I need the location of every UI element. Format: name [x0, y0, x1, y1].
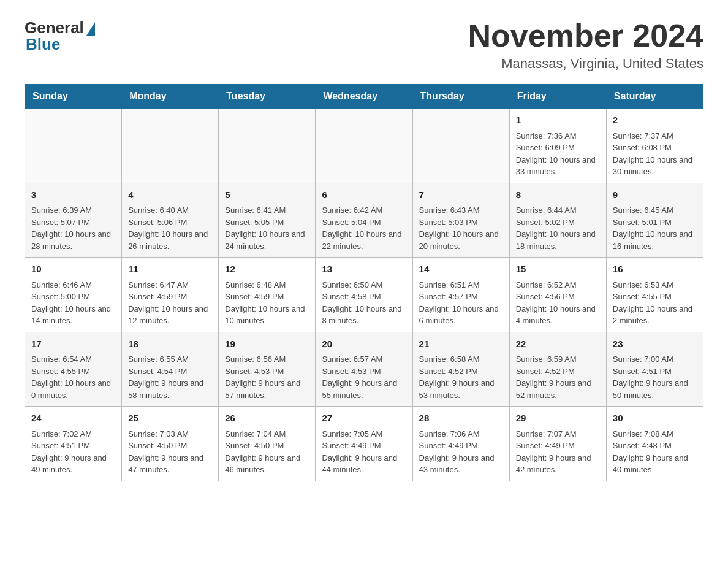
day-number: 29: [516, 412, 600, 426]
day-number: 23: [613, 337, 697, 351]
calendar-cell: 8Sunrise: 6:44 AM Sunset: 5:02 PM Daylig…: [509, 183, 606, 258]
calendar-cell: 26Sunrise: 7:04 AM Sunset: 4:50 PM Dayli…: [219, 407, 316, 481]
day-info: Sunrise: 6:52 AM Sunset: 4:56 PM Dayligh…: [516, 279, 600, 327]
day-number: 5: [225, 188, 309, 202]
day-info: Sunrise: 6:55 AM Sunset: 4:54 PM Dayligh…: [128, 353, 212, 401]
day-number: 2: [613, 113, 697, 128]
day-header-wednesday: Wednesday: [316, 85, 412, 109]
day-info: Sunrise: 7:07 AM Sunset: 4:49 PM Dayligh…: [516, 428, 600, 476]
day-info: Sunrise: 6:43 AM Sunset: 5:03 PM Dayligh…: [419, 204, 503, 252]
day-header-saturday: Saturday: [606, 85, 703, 109]
day-header-friday: Friday: [509, 85, 606, 109]
calendar-cell: 12Sunrise: 6:48 AM Sunset: 4:59 PM Dayli…: [219, 258, 316, 332]
calendar-week-row: 17Sunrise: 6:54 AM Sunset: 4:55 PM Dayli…: [25, 332, 703, 407]
calendar-week-row: 10Sunrise: 6:46 AM Sunset: 5:00 PM Dayli…: [25, 258, 703, 332]
day-number: 24: [31, 412, 115, 426]
day-info: Sunrise: 6:53 AM Sunset: 4:55 PM Dayligh…: [613, 279, 697, 327]
calendar-table: SundayMondayTuesdayWednesdayThursdayFrid…: [25, 84, 703, 481]
calendar-cell: 29Sunrise: 7:07 AM Sunset: 4:49 PM Dayli…: [509, 407, 606, 481]
calendar-cell: 6Sunrise: 6:42 AM Sunset: 5:04 PM Daylig…: [316, 183, 412, 258]
calendar-cell: 27Sunrise: 7:05 AM Sunset: 4:49 PM Dayli…: [316, 407, 412, 481]
day-number: 26: [225, 412, 309, 426]
day-info: Sunrise: 6:47 AM Sunset: 4:59 PM Dayligh…: [128, 279, 212, 327]
calendar-cell: 7Sunrise: 6:43 AM Sunset: 5:03 PM Daylig…: [412, 183, 509, 258]
day-info: Sunrise: 7:04 AM Sunset: 4:50 PM Dayligh…: [225, 428, 309, 476]
day-info: Sunrise: 6:54 AM Sunset: 4:55 PM Dayligh…: [31, 353, 115, 401]
day-info: Sunrise: 6:59 AM Sunset: 4:52 PM Dayligh…: [516, 353, 600, 401]
day-info: Sunrise: 6:50 AM Sunset: 4:58 PM Dayligh…: [322, 279, 406, 327]
day-info: Sunrise: 7:00 AM Sunset: 4:51 PM Dayligh…: [613, 353, 697, 401]
calendar-cell: 14Sunrise: 6:51 AM Sunset: 4:57 PM Dayli…: [412, 258, 509, 332]
day-number: 6: [322, 188, 406, 202]
calendar-cell: [219, 109, 316, 183]
day-number: 14: [419, 262, 503, 277]
calendar-week-row: 3Sunrise: 6:39 AM Sunset: 5:07 PM Daylig…: [25, 183, 703, 258]
day-info: Sunrise: 6:48 AM Sunset: 4:59 PM Dayligh…: [225, 279, 309, 327]
day-number: 9: [613, 188, 697, 202]
calendar-cell: [25, 109, 122, 183]
day-info: Sunrise: 7:36 AM Sunset: 6:09 PM Dayligh…: [516, 130, 600, 178]
day-info: Sunrise: 7:05 AM Sunset: 4:49 PM Dayligh…: [322, 428, 406, 476]
page-header: General Blue November 2024 Manassas, Vir…: [25, 18, 703, 72]
day-info: Sunrise: 7:08 AM Sunset: 4:48 PM Dayligh…: [613, 428, 697, 476]
day-number: 12: [225, 262, 309, 277]
logo: General Blue: [25, 18, 95, 54]
day-number: 3: [31, 188, 115, 202]
calendar-week-row: 24Sunrise: 7:02 AM Sunset: 4:51 PM Dayli…: [25, 407, 703, 481]
calendar-cell: 5Sunrise: 6:41 AM Sunset: 5:05 PM Daylig…: [219, 183, 316, 258]
calendar-cell: 24Sunrise: 7:02 AM Sunset: 4:51 PM Dayli…: [25, 407, 122, 481]
calendar-week-row: 1Sunrise: 7:36 AM Sunset: 6:09 PM Daylig…: [25, 109, 703, 183]
calendar-cell: 3Sunrise: 6:39 AM Sunset: 5:07 PM Daylig…: [25, 183, 122, 258]
calendar-cell: 28Sunrise: 7:06 AM Sunset: 4:49 PM Dayli…: [412, 407, 509, 481]
day-number: 13: [322, 262, 406, 277]
calendar-cell: 21Sunrise: 6:58 AM Sunset: 4:52 PM Dayli…: [412, 332, 509, 407]
day-info: Sunrise: 6:45 AM Sunset: 5:01 PM Dayligh…: [613, 204, 697, 252]
day-number: 22: [516, 337, 600, 351]
day-number: 8: [516, 188, 600, 202]
calendar-cell: 15Sunrise: 6:52 AM Sunset: 4:56 PM Dayli…: [509, 258, 606, 332]
month-title: November 2024: [468, 18, 703, 53]
day-number: 18: [128, 337, 212, 351]
calendar-cell: [122, 109, 219, 183]
day-number: 21: [419, 337, 503, 351]
day-info: Sunrise: 7:37 AM Sunset: 6:08 PM Dayligh…: [613, 130, 697, 178]
day-number: 28: [419, 412, 503, 426]
day-info: Sunrise: 6:40 AM Sunset: 5:06 PM Dayligh…: [128, 204, 212, 252]
calendar-cell: 4Sunrise: 6:40 AM Sunset: 5:06 PM Daylig…: [122, 183, 219, 258]
day-number: 15: [516, 262, 600, 277]
day-number: 7: [419, 188, 503, 202]
day-number: 17: [31, 337, 115, 351]
day-number: 19: [225, 337, 309, 351]
day-info: Sunrise: 6:56 AM Sunset: 4:53 PM Dayligh…: [225, 353, 309, 401]
day-info: Sunrise: 7:02 AM Sunset: 4:51 PM Dayligh…: [31, 428, 115, 476]
calendar-cell: 11Sunrise: 6:47 AM Sunset: 4:59 PM Dayli…: [122, 258, 219, 332]
day-info: Sunrise: 6:41 AM Sunset: 5:05 PM Dayligh…: [225, 204, 309, 252]
day-number: 16: [613, 262, 697, 277]
logo-triangle-icon: [86, 22, 95, 36]
day-number: 25: [128, 412, 212, 426]
calendar-cell: 19Sunrise: 6:56 AM Sunset: 4:53 PM Dayli…: [219, 332, 316, 407]
day-header-thursday: Thursday: [412, 85, 509, 109]
calendar-cell: [316, 109, 412, 183]
calendar-cell: 20Sunrise: 6:57 AM Sunset: 4:53 PM Dayli…: [316, 332, 412, 407]
day-header-tuesday: Tuesday: [219, 85, 316, 109]
day-info: Sunrise: 6:57 AM Sunset: 4:53 PM Dayligh…: [322, 353, 406, 401]
calendar-cell: 18Sunrise: 6:55 AM Sunset: 4:54 PM Dayli…: [122, 332, 219, 407]
day-number: 30: [613, 412, 697, 426]
day-info: Sunrise: 6:39 AM Sunset: 5:07 PM Dayligh…: [31, 204, 115, 252]
calendar-cell: 9Sunrise: 6:45 AM Sunset: 5:01 PM Daylig…: [606, 183, 703, 258]
calendar-cell: 16Sunrise: 6:53 AM Sunset: 4:55 PM Dayli…: [606, 258, 703, 332]
day-number: 11: [128, 262, 212, 277]
location-text: Manassas, Virginia, United States: [468, 56, 703, 72]
calendar-cell: 22Sunrise: 6:59 AM Sunset: 4:52 PM Dayli…: [509, 332, 606, 407]
day-header-monday: Monday: [122, 85, 219, 109]
day-number: 10: [31, 262, 115, 277]
calendar-cell: 30Sunrise: 7:08 AM Sunset: 4:48 PM Dayli…: [606, 407, 703, 481]
day-number: 4: [128, 188, 212, 202]
calendar-cell: 13Sunrise: 6:50 AM Sunset: 4:58 PM Dayli…: [316, 258, 412, 332]
day-info: Sunrise: 7:06 AM Sunset: 4:49 PM Dayligh…: [419, 428, 503, 476]
calendar-cell: 1Sunrise: 7:36 AM Sunset: 6:09 PM Daylig…: [509, 109, 606, 183]
title-area: November 2024 Manassas, Virginia, United…: [468, 18, 703, 72]
day-header-sunday: Sunday: [25, 85, 122, 109]
day-info: Sunrise: 6:42 AM Sunset: 5:04 PM Dayligh…: [322, 204, 406, 252]
